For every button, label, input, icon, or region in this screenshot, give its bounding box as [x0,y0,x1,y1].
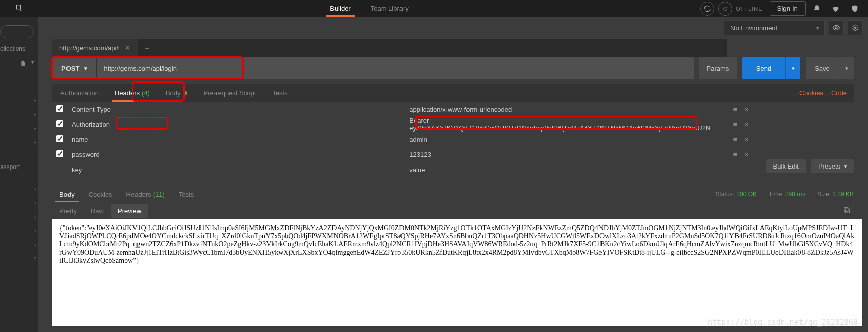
tab-builder-label: Builder [330,5,350,12]
subtab-headers[interactable]: Headers(4) [107,84,158,102]
environment-select[interactable]: No Environment ▾ [724,21,825,35]
method-select[interactable]: POST ▾ [52,57,96,79]
header-key[interactable]: Content-Type [68,102,405,117]
sidebar-item[interactable]: t [0,195,38,209]
header-value[interactable]: admin [405,132,720,147]
header-row: Content-Type application/x-www-form-urle… [52,102,756,117]
resp-tab-tests[interactable]: Tests [172,186,201,202]
environment-label: No Environment [730,24,777,32]
subtab-authorization[interactable]: Authorization [52,84,107,102]
save-button[interactable]: Save [806,57,839,79]
header-value-input[interactable]: value [405,162,720,177]
header-row-new: key value [52,162,756,177]
resp-tab-cookies[interactable]: Cookies [82,186,119,202]
new-tab-icon[interactable] [15,4,23,13]
drag-icon[interactable]: ≡ [730,151,741,158]
bulk-edit-button[interactable]: Bulk Edit [766,159,806,173]
delete-icon[interactable]: ✕ [741,106,752,113]
send-dropdown[interactable]: ▾ [785,57,800,79]
url-value: http://gems.com/api/login [104,65,177,72]
params-button[interactable]: Params [699,57,737,79]
chevron-down-icon[interactable]: ▾ [31,59,34,69]
header-enable-checkbox[interactable] [56,150,63,157]
header-row: name admin ≡✕ [52,132,756,147]
sidebar-item[interactable]: t [0,136,38,150]
delete-icon[interactable]: ✕ [741,151,752,158]
subtab-tests[interactable]: Tests [264,84,295,102]
svg-rect-0 [17,5,21,9]
quicklook-icon[interactable] [829,20,844,35]
request-tab[interactable]: http://gems.com/api/l ✕ [52,39,138,57]
drag-icon[interactable]: ≡ [730,121,741,128]
send-button[interactable]: Send [742,57,785,79]
header-row: Authorization Bearer eyJ0eXAiOiJKV1QiLCJ… [52,117,756,132]
tab-builder[interactable]: Builder [320,0,360,17]
svg-rect-5 [845,209,849,213]
sidebar-item[interactable]: t [0,237,38,251]
subtab-body[interactable]: Body [158,84,195,102]
svg-rect-6 [844,207,848,211]
tab-team-library[interactable]: Team Library [361,0,419,17]
method-label: POST [61,65,79,72]
delete-icon[interactable]: ✕ [741,136,752,143]
svg-point-3 [835,27,837,29]
sync-icon[interactable] [700,2,714,16]
sidebar-item[interactable]: t [0,108,38,122]
chevron-down-icon: ▾ [816,25,819,31]
sidebar-item[interactable]: t [0,223,38,237]
add-tab-button[interactable]: ＋ [138,39,156,57]
status-meta: Status: 200 OK [716,191,757,198]
header-enable-checkbox[interactable] [56,120,63,127]
shield-icon[interactable] [847,1,863,17]
header-key-input[interactable]: key [68,162,405,177]
watermark: https://blog.csdn.net/qq_26282869 [708,318,858,327]
header-key[interactable]: Authorization [68,117,405,132]
drag-icon[interactable]: ≡ [730,136,741,143]
chevron-down-icon: ▾ [844,163,847,169]
sign-in-button[interactable]: Sign In [770,1,806,16]
trash-icon[interactable] [19,59,27,69]
bell-icon[interactable] [809,1,825,17]
resp-tab-body[interactable]: Body [52,186,82,202]
view-pretty[interactable]: Pretty [52,204,84,218]
chevron-down-icon: ▾ [84,65,87,72]
resp-tab-headers[interactable]: Headers(11) [119,186,172,202]
presets-button[interactable]: Presets▾ [811,159,854,173]
sidebar-item[interactable]: t [0,122,38,136]
sidebar-passport[interactable]: assport [0,160,38,174]
sidebar-item[interactable]: t [0,181,38,195]
close-icon[interactable]: ✕ [125,44,130,52]
copy-icon[interactable] [840,206,854,216]
header-key[interactable]: name [68,132,405,147]
header-enable-checkbox[interactable] [56,105,63,112]
view-raw[interactable]: Raw [84,204,111,218]
header-value[interactable]: application/x-www-form-urlencoded [405,102,720,117]
collections-label: ollections [0,45,38,52]
header-value[interactable]: Bearer eyJ0eXAiOiJKV1QiLCJhbGciOiJSUzI1N… [405,117,720,132]
body-indicator-icon [184,91,187,95]
subtab-prerequest[interactable]: Pre-request Script [195,84,264,102]
header-value[interactable]: 123123 [405,147,720,162]
header-enable-checkbox[interactable] [56,135,63,142]
view-preview[interactable]: Preview [111,204,148,218]
tab-team-library-label: Team Library [371,5,409,12]
header-row: password 123123 ≡✕ [52,147,756,162]
heart-icon[interactable] [828,1,844,17]
size-meta: Size: 1.39 KB [817,191,854,198]
header-key[interactable]: password [68,147,405,162]
save-dropdown[interactable]: ▾ [839,57,854,79]
drag-icon[interactable]: ≡ [730,106,741,113]
response-body: {"token":"eyJ0eXAiOiJKV1QiLCJhbGciOiJSUz… [52,219,862,326]
sidebar-item[interactable]: t [0,94,38,108]
sidebar-filter[interactable] [0,25,34,38]
url-input[interactable]: http://gems.com/api/login [97,57,694,79]
code-link[interactable]: Code [831,89,847,97]
settings-icon[interactable] [848,20,863,35]
connection-status: OFFLINE [718,2,762,16]
time-meta: Time: 298 ms [769,191,805,198]
sidebar-item[interactable]: t [0,251,38,265]
offline-label: OFFLINE [736,6,762,12]
delete-icon[interactable]: ✕ [741,121,752,128]
sidebar-item[interactable]: t [0,209,38,223]
cookies-link[interactable]: Cookies [799,89,823,97]
